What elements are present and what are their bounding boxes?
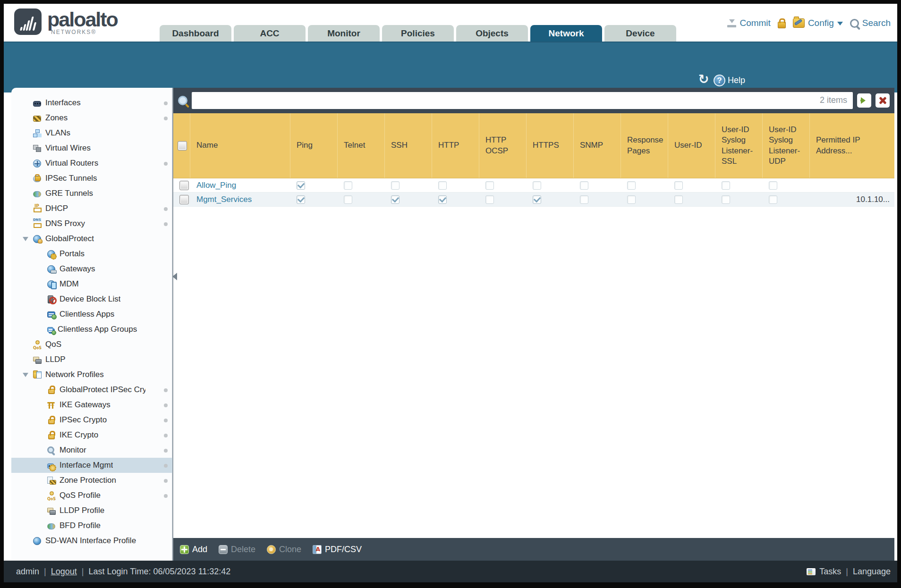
tab-policies[interactable]: Policies (382, 25, 454, 42)
tab-acc[interactable]: ACC (234, 25, 306, 42)
bfd-profile-icon (47, 523, 55, 529)
column-header-ssh[interactable]: SSH (385, 113, 432, 178)
clientless-apps-icon (47, 311, 55, 318)
config-button[interactable]: Config (793, 18, 843, 28)
snmp-checkbox (580, 195, 588, 204)
column-header-label: Telnet (344, 140, 365, 151)
sidebar-item-zones[interactable]: Zones (11, 110, 172, 126)
apply-filter-button[interactable] (857, 93, 871, 108)
response-pages-cell (621, 181, 668, 190)
column-header-ping[interactable]: Ping (290, 113, 338, 178)
add-button[interactable]: Add (180, 545, 207, 554)
column-header-telnet[interactable]: Telnet (338, 113, 385, 178)
profile-name-link[interactable]: Allow_Ping (196, 181, 236, 190)
sidebar-item-dhcp[interactable]: DHCP (11, 201, 172, 216)
search-icon (850, 19, 859, 28)
expand-arrow-icon[interactable] (23, 237, 28, 244)
sidebar-item-zone-protection[interactable]: Zone Protection (11, 473, 172, 488)
sidebar-item-virtual-routers[interactable]: Virtual Routers (11, 156, 172, 171)
sidebar-item-qos-profile[interactable]: QoS Profile (11, 488, 172, 503)
sidebar-item-label: Interfaces (45, 98, 81, 108)
header-actions: Commit Config Search (727, 18, 891, 28)
column-header-user-id-syslog-listener-ssl[interactable]: User-ID Syslog Listener-SSL (715, 113, 763, 178)
user-id-syslog-listener-udp-cell (763, 195, 810, 204)
http-cell (432, 195, 479, 204)
refresh-icon[interactable] (697, 73, 710, 86)
sidebar-item-device-block-list[interactable]: Device Block List (11, 292, 172, 307)
column-header-http[interactable]: HTTP (432, 113, 479, 178)
tab-monitor[interactable]: Monitor (308, 25, 380, 42)
column-header-response-pages[interactable]: Response Pages (621, 113, 668, 178)
name-cell: Mgmt_Services (190, 195, 290, 204)
sidebar-item-vlans[interactable]: VLANs (11, 126, 172, 141)
sidebar-item-clientless-apps[interactable]: Clientless Apps (11, 307, 172, 322)
help-button[interactable]: Help (714, 75, 745, 86)
column-header-user-id-syslog-listener-udp[interactable]: User-ID Syslog Listener-UDP (763, 113, 810, 178)
https-cell (527, 195, 574, 204)
toolbar-button-label: Clone (279, 545, 301, 554)
language-button[interactable]: Language (853, 567, 891, 577)
sidebar-item-globalprotect-ipsec-crypto[interactable]: GlobalProtect IPSec Crypto (11, 382, 172, 397)
column-header-user-id[interactable]: User-ID (668, 113, 715, 178)
sidebar-item-bfd-profile[interactable]: BFD Profile (11, 518, 172, 533)
logout-link[interactable]: Logout (51, 567, 77, 577)
sidebar-item-dns-proxy[interactable]: DNS Proxy (11, 216, 172, 231)
column-header-http-ocsp[interactable]: HTTP OCSP (479, 113, 527, 178)
sidebar-item-gateways[interactable]: Gateways (11, 261, 172, 277)
column-header-snmp[interactable]: SNMP (574, 113, 621, 178)
filter-input[interactable] (192, 92, 853, 109)
sidebar-item-interface-mgmt[interactable]: Interface Mgmt (11, 458, 172, 473)
row-select-checkbox[interactable] (179, 181, 189, 190)
lock-icon[interactable] (778, 22, 786, 28)
sidebar-item-sd-wan-interface-profile[interactable]: SD-WAN Interface Profile (11, 533, 172, 548)
column-header-label: HTTP (438, 140, 459, 151)
sidebar-item-lldp-profile[interactable]: LLDP Profile (11, 503, 172, 518)
column-header-https[interactable]: HTTPS (527, 113, 574, 178)
sidebar-item-lldp[interactable]: LLDP (11, 352, 172, 367)
column-header-permitted-ip-address[interactable]: Permitted IP Address... (810, 113, 894, 178)
tab-objects[interactable]: Objects (456, 25, 528, 42)
ipsec-tunnels-icon (33, 176, 41, 182)
sidebar-collapse-handle[interactable] (169, 273, 177, 280)
select-all-checkbox[interactable] (178, 141, 187, 151)
pdf-csv-button[interactable]: PDF/CSV (313, 545, 362, 554)
expand-arrow-icon[interactable] (23, 373, 28, 380)
sidebar-item-label: Clientless App Groups (58, 325, 137, 334)
column-header-name[interactable]: Name (190, 113, 290, 178)
sidebar-item-ipsec-tunnels[interactable]: IPSec Tunnels (11, 171, 172, 186)
sidebar-item-qos[interactable]: QoS (11, 337, 172, 352)
tab-dashboard[interactable]: Dashboard (160, 25, 231, 42)
row-select-checkbox[interactable] (179, 195, 189, 204)
ssh-cell (385, 195, 432, 204)
sidebar-item-clientless-app-groups[interactable]: Clientless App Groups (11, 322, 172, 337)
tab-network[interactable]: Network (530, 25, 602, 42)
sidebar-item-gre-tunnels[interactable]: GRE Tunnels (11, 186, 172, 201)
clear-filter-button[interactable] (876, 93, 890, 108)
user-id-checkbox (674, 181, 683, 190)
green-arrow-icon (860, 97, 868, 104)
tasks-button[interactable]: Tasks (819, 567, 841, 577)
sidebar-item-globalprotect[interactable]: GlobalProtect (11, 231, 172, 246)
column-header-label: HTTP OCSP (485, 135, 522, 156)
tab-device[interactable]: Device (604, 25, 676, 42)
sidebar-item-ike-gateways[interactable]: IKE Gateways (11, 397, 172, 412)
profile-name-link[interactable]: Mgmt_Services (196, 195, 252, 204)
http-ocsp-checkbox (485, 195, 494, 204)
sidebar-item-mdm[interactable]: MDM (11, 277, 172, 292)
sidebar-item-ipsec-crypto[interactable]: IPSec Crypto (11, 412, 172, 428)
help-icon (714, 75, 725, 86)
commit-button[interactable]: Commit (727, 18, 770, 28)
global-search-button[interactable]: Search (850, 18, 891, 28)
sidebar-item-label: Virtual Routers (45, 159, 98, 168)
toolbar-button-label: Delete (231, 545, 255, 554)
https-checkbox (533, 195, 541, 204)
sidebar-item-interfaces[interactable]: Interfaces (11, 95, 172, 110)
sidebar-item-ike-crypto[interactable]: IKE Crypto (11, 428, 172, 443)
separator: | (44, 567, 46, 577)
sidebar-item-network-profiles[interactable]: Network Profiles (11, 367, 172, 382)
sidebar-item-virtual-wires[interactable]: Virtual Wires (11, 141, 172, 156)
sidebar-item-portals[interactable]: Portals (11, 246, 172, 261)
http-ocsp-checkbox (485, 181, 494, 190)
ping-cell (290, 195, 338, 204)
sidebar-item-monitor[interactable]: Monitor (11, 443, 172, 458)
